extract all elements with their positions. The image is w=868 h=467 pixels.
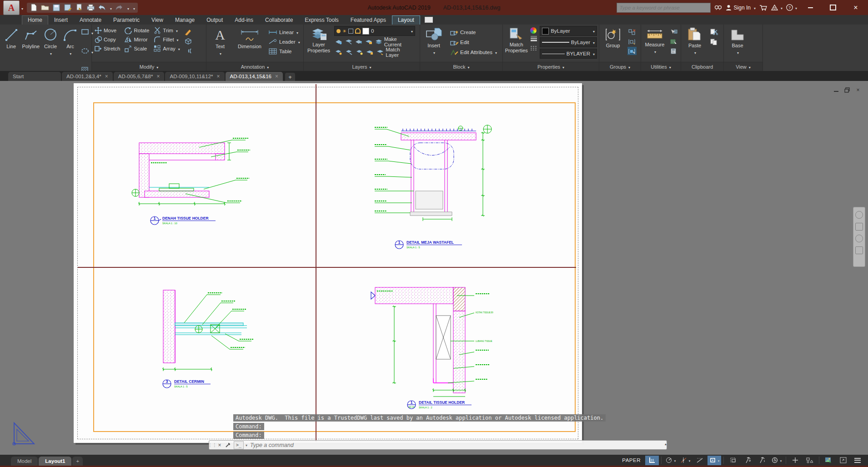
tab-parametric[interactable]: Parametric: [107, 15, 146, 25]
group-selection-toggle-icon[interactable]: [627, 47, 637, 55]
command-prompt-icon[interactable]: [234, 441, 244, 449]
plot-icon[interactable]: [75, 4, 83, 12]
tab-express-tools[interactable]: Express Tools: [299, 15, 344, 25]
dimension-button[interactable]: Dimension: [236, 26, 264, 62]
a360-icon[interactable]: [771, 4, 783, 11]
file-tab-start[interactable]: Start: [8, 72, 61, 81]
panel-label-properties[interactable]: Properties: [503, 62, 599, 71]
tab-home[interactable]: Home: [22, 15, 48, 25]
panel-label-view[interactable]: View: [724, 62, 763, 71]
object-snap-button[interactable]: [707, 456, 721, 465]
rectangle-icon[interactable]: [80, 28, 90, 36]
autoscale-button[interactable]: [755, 456, 769, 465]
command-expand-icon[interactable]: [662, 442, 667, 447]
copy-button[interactable]: Copy: [94, 35, 121, 44]
workspace-switching-button[interactable]: [788, 456, 802, 465]
measure-button[interactable]: Measure: [643, 26, 667, 62]
trim-button[interactable]: Trim: [153, 26, 181, 35]
zoom-icon[interactable]: [855, 235, 863, 242]
detail-drawing-cermin[interactable]: 3 - DETAIL CERMIN SKALA 1 : 5: [157, 282, 266, 397]
undo-icon[interactable]: [98, 4, 106, 12]
pan-icon[interactable]: [855, 223, 863, 231]
graphics-performance-button[interactable]: [822, 456, 835, 465]
explode-icon[interactable]: [184, 37, 193, 45]
paste-button[interactable]: Paste: [683, 26, 707, 62]
app-menu-button[interactable]: A: [3, 0, 20, 15]
tab-view[interactable]: View: [146, 15, 169, 25]
table-button[interactable]: Table: [267, 47, 301, 56]
layer-restore-icon[interactable]: [345, 48, 354, 56]
layer-properties-button[interactable]: Layer Properties: [306, 26, 332, 62]
layer-unsaved-icon[interactable]: [334, 48, 343, 56]
ellipse-icon[interactable]: [80, 47, 90, 55]
app-menu-caret[interactable]: [21, 4, 23, 12]
doc-minimize-icon[interactable]: [833, 87, 840, 93]
search-icon[interactable]: [714, 5, 722, 11]
layer-select[interactable]: ☀ 0: [334, 26, 415, 36]
panel-label-layers[interactable]: Layers: [304, 62, 420, 71]
doc-close-icon[interactable]: ×: [854, 87, 862, 93]
panel-label-utilities[interactable]: Utilities: [641, 62, 681, 71]
layer-unlock-icon[interactable]: [366, 48, 375, 56]
linetype-select[interactable]: BYLAYER: [540, 49, 597, 59]
ribbon-display-toggle-icon[interactable]: [425, 17, 433, 23]
panel-label-clipboard[interactable]: Clipboard: [681, 62, 723, 71]
steering-wheel-icon[interactable]: [855, 211, 863, 219]
grid-display-button[interactable]: [645, 456, 659, 465]
file-tab-3[interactable]: AD-009,10,11&12*: [165, 72, 224, 81]
quick-calc-icon[interactable]: [669, 47, 678, 55]
undo-caret[interactable]: [110, 4, 112, 12]
paper-space-button[interactable]: PAPER: [618, 457, 644, 463]
tab-collaborate[interactable]: Collaborate: [259, 15, 299, 25]
fillet-button[interactable]: Fillet: [153, 35, 181, 44]
match-properties-button[interactable]: Match Properties: [505, 26, 528, 62]
panel-label-block[interactable]: Block: [420, 62, 502, 71]
file-tab-4-active[interactable]: AD-013,14,15&16: [226, 72, 283, 81]
offset-icon[interactable]: [184, 47, 193, 55]
command-customize-icon[interactable]: [224, 441, 232, 449]
clean-screen-button[interactable]: [836, 456, 850, 465]
tab-featured-apps[interactable]: Featured Apps: [345, 15, 392, 25]
save-icon[interactable]: [52, 4, 60, 12]
create-block-button[interactable]: Create: [449, 28, 498, 37]
model-tab[interactable]: Model: [11, 457, 38, 466]
ungroup-icon[interactable]: [627, 28, 637, 36]
linear-dimension-button[interactable]: Linear: [267, 28, 301, 37]
make-current-button[interactable]: Make Current: [374, 37, 415, 46]
open-file-icon[interactable]: [41, 4, 49, 12]
group-button[interactable]: Group: [601, 26, 625, 62]
detail-drawing-denah-tissue-holder[interactable]: 1 - DENAH TISSUE HOLDER SKALA 1 : 10: [131, 136, 263, 234]
command-input[interactable]: [249, 442, 661, 449]
edit-attributes-button[interactable]: Edit Attributes: [449, 48, 498, 57]
base-button[interactable]: Base: [726, 26, 749, 62]
array-button[interactable]: Array: [153, 44, 181, 53]
detail-drawing-meja-wastafel[interactable]: 1 - DETAIL MEJA WASTAFEL SKALA 1 : 5: [368, 123, 505, 259]
app-store-icon[interactable]: [759, 5, 767, 11]
tab-manage[interactable]: Manage: [169, 15, 201, 25]
selection-cycling-button[interactable]: [726, 456, 740, 465]
customization-menu-button[interactable]: [851, 456, 864, 465]
save-as-icon[interactable]: [64, 4, 72, 12]
panel-label-modify[interactable]: Modify: [92, 62, 206, 71]
match-layer-button[interactable]: Match Layer: [376, 48, 415, 57]
new-layout-button[interactable]: +: [72, 457, 83, 466]
annotation-monitor-button[interactable]: [803, 456, 817, 465]
sign-in-button[interactable]: Sign In: [726, 5, 756, 11]
annotation-visibility-button[interactable]: [741, 456, 754, 465]
layout1-tab[interactable]: Layout1: [39, 457, 71, 466]
close-tab-icon[interactable]: [156, 73, 160, 80]
quick-select-icon[interactable]: [669, 28, 678, 36]
file-tab-2[interactable]: AD-005,6,7&8*: [114, 72, 165, 81]
mirror-button[interactable]: Mirror: [124, 35, 150, 44]
qat-customize-caret[interactable]: [133, 4, 135, 12]
panel-label-groups[interactable]: Groups: [599, 62, 641, 71]
copy-clip-icon[interactable]: [709, 38, 718, 46]
drawing-viewport[interactable]: 1 - DENAH TISSUE HOLDER SKALA 1 : 10: [0, 81, 868, 455]
tab-insert[interactable]: Insert: [48, 15, 74, 25]
tab-addins[interactable]: Add-ins: [229, 15, 259, 25]
isometric-drafting-button[interactable]: [678, 456, 692, 465]
polar-tracking-button[interactable]: [664, 456, 677, 465]
tab-output[interactable]: Output: [201, 15, 229, 25]
text-button[interactable]: A Text: [208, 26, 232, 62]
edit-block-button[interactable]: Edit: [449, 38, 498, 47]
